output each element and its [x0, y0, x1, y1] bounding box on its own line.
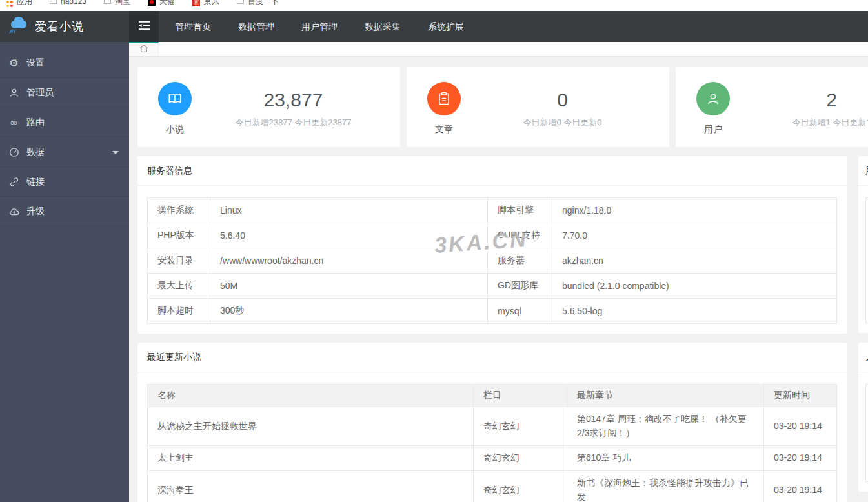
sidebar-item-label: 设置: [26, 57, 45, 69]
info-label: GD图形库: [488, 274, 552, 299]
header-nav-item[interactable]: 数据采集: [351, 11, 414, 42]
bookmark-item[interactable]: 百度一下: [237, 0, 279, 7]
cloud-rain-logo-icon: [8, 16, 29, 37]
stat-subtext: 今日新增1 今日更新1: [792, 117, 868, 128]
novel-category-cell: 奇幻玄幻: [474, 471, 567, 502]
server-info-panel: 服务器信息 操作系统 Linux 脚本引擎 nginx/1.18.0 PHP版本…: [137, 156, 847, 334]
bookmark-favicon: 京: [192, 0, 200, 6]
info-label: 安装目录: [148, 248, 210, 274]
clipped-panel-box: [865, 197, 868, 323]
sidebar-item[interactable]: ⚙ 设置: [0, 48, 129, 78]
recent-novels-table: 名称 栏目 最新章节 更新时间 从诡秘之主开始拯救世界 奇幻玄幻 第0147章 …: [147, 384, 837, 502]
bookmark-label: 天猫: [159, 0, 175, 7]
bookmark-favicon: [104, 0, 111, 6]
bookmark-label: 应用: [17, 0, 32, 7]
novel-chapter-cell: 新书《深海炮王：我杀怪能提升攻击力》已发: [567, 471, 764, 502]
home-icon: [139, 43, 149, 56]
tab-bar: [129, 42, 868, 57]
sidebar-item-label: 链接: [26, 176, 45, 188]
novel-name-cell: 太上剑主: [148, 446, 474, 471]
bookmark-label: 京东: [204, 0, 219, 7]
header-nav-item[interactable]: 用户管理: [288, 11, 351, 42]
bookmark-favicon: [148, 0, 156, 6]
server-info-table: 操作系统 Linux 脚本引擎 nginx/1.18.0 PHP版本 5.6.4…: [147, 197, 837, 324]
stat-icon: [158, 82, 192, 115]
sidebar-collapse-button[interactable]: [129, 11, 159, 42]
info-value: akzhan.cn: [552, 248, 837, 274]
clipped-right-panel-top: 用: [858, 156, 868, 333]
app-logo[interactable]: 爱看小说: [0, 11, 129, 42]
info-value: Linux: [210, 198, 488, 223]
stat-label: 小说: [166, 124, 184, 136]
server-info-title: 服务器信息: [137, 156, 847, 186]
stat-card: 用户 2 今日新增1 今日更新1: [676, 67, 868, 147]
sidebar: ⚙ 设置 管理员 ∞ 路由 数据 链接 升级: [0, 42, 129, 502]
bookmark-item[interactable]: 淘宝: [104, 0, 130, 7]
sidebar-item[interactable]: 升级: [0, 197, 129, 226]
bookmark-favicon: [6, 0, 13, 7]
stat-value: 0: [557, 89, 568, 111]
info-label: 最大上传: [148, 274, 210, 299]
info-label: 脚本引擎: [488, 198, 552, 223]
novel-name-cell: 从诡秘之主开始拯救世界: [148, 407, 474, 446]
bookmark-item[interactable]: hao123: [50, 0, 86, 6]
novel-chapter-cell: 第0147章 周珏：狗改不了吃屎！ （补欠更2/3求订阅！）: [567, 407, 764, 446]
novel-chapter-cell: 第610章 巧儿: [567, 446, 764, 471]
header-nav-item[interactable]: 系统扩展: [414, 11, 478, 42]
sidebar-item[interactable]: 数据: [0, 137, 129, 167]
server-info-row: 脚本超时 300秒 mysql 5.6.50-log: [148, 299, 837, 324]
info-label: PHP版本: [148, 223, 210, 248]
bookmark-label: hao123: [61, 0, 86, 6]
novel-category-cell: 奇幻玄幻: [474, 407, 567, 446]
table-row: 从诡秘之主开始拯救世界 奇幻玄幻 第0147章 周珏：狗改不了吃屎！ （补欠更2…: [148, 407, 837, 446]
sidebar-item[interactable]: 管理员: [0, 78, 129, 108]
bookmark-favicon: [50, 0, 57, 6]
stat-icon: [427, 82, 461, 115]
info-label: CURL支持: [488, 223, 552, 248]
info-value: 50M: [210, 274, 488, 299]
table-column-header: 名称: [148, 385, 474, 407]
clipped-panel-title: 用: [858, 156, 868, 186]
stat-cards-row: 小说 23,877 今日新增23877 今日更新23877 文章 0 今日新增0…: [137, 67, 868, 147]
stat-card: 文章 0 今日新增0 今日更新0: [407, 67, 669, 147]
table-column-header: 最新章节: [567, 385, 764, 407]
novel-time-cell: 03-20 19:14: [764, 471, 837, 502]
sidebar-item-label: 路由: [26, 117, 45, 128]
bookmark-item[interactable]: 京 京东: [192, 0, 219, 7]
stat-label: 用户: [704, 124, 722, 136]
server-info-row: 操作系统 Linux 脚本引擎 nginx/1.18.0: [148, 198, 837, 223]
dashboard-content: 小说 23,877 今日新增23877 今日更新23877 文章 0 今日新增0…: [129, 57, 868, 502]
stat-value: 23,877: [264, 89, 323, 111]
server-info-row: 安装目录 /www/wwwroot/akzhan.cn 服务器 akzhan.c…: [148, 248, 837, 274]
app-header: 爱看小说 管理首页 数据管理 用户管理 数据采集 系统扩展: [0, 11, 868, 42]
header-nav-item[interactable]: 数据管理: [225, 11, 288, 42]
table-row: 太上剑主 奇幻玄幻 第610章 巧儿 03-20 19:14: [148, 446, 837, 471]
info-value: nginx/1.18.0: [552, 198, 837, 223]
info-label: 服务器: [488, 248, 552, 274]
novel-time-cell: 03-20 19:14: [764, 446, 837, 471]
recent-novels-title: 最近更新小说: [137, 343, 847, 372]
table-column-header: 栏目: [474, 385, 567, 407]
table-row: 深海拳王 奇幻玄幻 新书《深海炮王：我杀怪能提升攻击力》已发 03-20 19:…: [148, 471, 837, 502]
main-area: 小说 23,877 今日新增23877 今日更新23877 文章 0 今日新增0…: [129, 42, 868, 502]
sidebar-item-label: 管理员: [26, 87, 54, 99]
novel-time-cell: 03-20 19:14: [764, 407, 837, 446]
bookmark-item[interactable]: 应用: [6, 0, 32, 7]
tab-home[interactable]: [129, 42, 159, 56]
header-nav-item[interactable]: 管理首页: [161, 11, 225, 42]
novel-category-cell: 奇幻玄幻: [474, 446, 567, 471]
stat-card: 小说 23,877 今日新增23877 今日更新23877: [137, 67, 400, 147]
clipped-panel-box: [865, 384, 868, 482]
sidebar-item[interactable]: 链接: [0, 167, 129, 197]
info-value: 7.70.0: [552, 223, 837, 248]
bookmark-item[interactable]: 天猫: [148, 0, 175, 7]
info-value: 5.6.40: [210, 223, 488, 248]
info-value: 5.6.50-log: [552, 299, 837, 324]
chevron-down-icon: [112, 151, 119, 157]
info-label: mysql: [488, 299, 552, 324]
bookmark-favicon: [237, 0, 244, 6]
clipped-right-panel-bottom: 人: [858, 343, 868, 492]
sidebar-item[interactable]: ∞ 路由: [0, 108, 129, 137]
bookmark-label: 百度一下: [248, 0, 279, 7]
info-value: bundled (2.1.0 compatible): [552, 274, 837, 299]
